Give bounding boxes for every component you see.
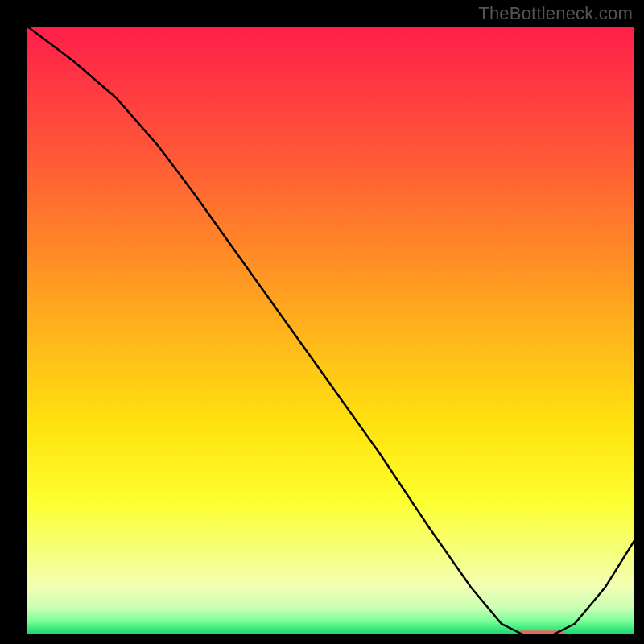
watermark-text: TheBottleneck.com: [478, 3, 633, 24]
chart-area: [24, 24, 636, 636]
chart-svg: [24, 24, 636, 636]
heat-gradient-rect: [24, 24, 636, 636]
